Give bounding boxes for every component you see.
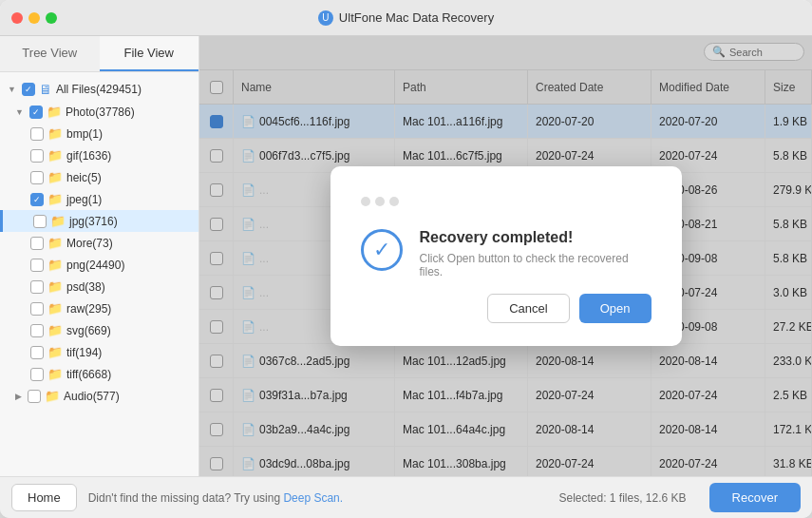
sidebar-item-gif-label: gif(1636)	[66, 149, 111, 163]
sidebar-item-jpeg[interactable]: 📁 jpeg(1)	[0, 188, 198, 210]
title-text: UltFone Mac Data Recovery	[339, 10, 494, 25]
sidebar-item-gif[interactable]: 📁 gif(1636)	[0, 144, 198, 166]
folder-icon-more: 📁	[47, 236, 63, 250]
sidebar-tree: ▼ 🖥 All Files(429451) ▼ 📁 Photo(37786) 📁	[0, 72, 198, 476]
modal-header-dots	[361, 197, 651, 206]
sidebar-item-tif-label: tif(194)	[66, 346, 102, 359]
app-window: U UltFone Mac Data Recovery Tree View Fi…	[0, 0, 812, 518]
chevron-down-icon-photo: ▼	[15, 107, 24, 117]
modal-subtitle: Click Open button to check the recovered…	[420, 252, 651, 278]
home-button[interactable]: Home	[11, 484, 77, 511]
modal-dot-close[interactable]	[361, 197, 370, 206]
psd-checkbox[interactable]	[30, 280, 44, 294]
modal-dot-min[interactable]	[375, 197, 385, 206]
sidebar-item-heic[interactable]: 📁 heic(5)	[0, 166, 198, 188]
recover-button[interactable]: Recover	[709, 483, 801, 512]
audio-checkbox[interactable]	[28, 390, 41, 403]
sidebar-item-more[interactable]: 📁 More(73)	[0, 232, 198, 254]
sidebar-item-jpeg-label: jpeg(1)	[66, 193, 102, 206]
folder-icon-bmp: 📁	[47, 126, 63, 141]
raw-checkbox[interactable]	[30, 302, 44, 316]
sidebar-item-png-label: png(24490)	[66, 259, 124, 272]
sidebar-item-photo[interactable]: ▼ 📁 Photo(37786)	[0, 101, 198, 123]
chevron-down-icon: ▼	[8, 85, 16, 94]
folder-icon-jpg: 📁	[50, 214, 66, 228]
sidebar-item-raw-label: raw(295)	[66, 302, 111, 316]
folder-icon-raw: 📁	[47, 301, 63, 316]
sidebar-item-audio-label: Audio(577)	[64, 390, 120, 403]
folder-icon-audio: 📁	[45, 389, 60, 403]
selected-info: Selected: 1 files, 12.6 KB	[558, 491, 686, 505]
sidebar-item-more-label: More(73)	[66, 237, 113, 250]
gif-checkbox[interactable]	[30, 149, 44, 163]
titlebar: U UltFone Mac Data Recovery	[0, 0, 812, 36]
sidebar-item-bmp[interactable]: 📁 bmp(1)	[0, 123, 198, 144]
bmp-checkbox[interactable]	[30, 127, 44, 141]
jpeg-checkbox[interactable]	[30, 193, 44, 206]
sidebar-item-psd-label: psd(38)	[66, 280, 105, 294]
modal-dot-max[interactable]	[389, 197, 399, 206]
modal-text: Recovery completed! Click Open button to…	[420, 229, 651, 278]
folder-icon-tif: 📁	[47, 345, 63, 359]
open-button[interactable]: Open	[579, 294, 651, 323]
sidebar-item-audio[interactable]: ▶ 📁 Audio(577)	[0, 385, 198, 407]
sidebar-item-root-label: All Files(429451)	[56, 83, 142, 96]
main-content: Tree View File View ▼ 🖥 All Files(429451…	[0, 36, 812, 476]
sidebar-item-heic-label: heic(5)	[66, 171, 102, 184]
sidebar-item-svg-label: svg(669)	[66, 324, 111, 337]
folder-icon-psd: 📁	[47, 279, 63, 294]
database-icon: 🖥	[39, 82, 52, 97]
sidebar-item-jpg[interactable]: 📁 jpg(3716)	[0, 210, 198, 232]
minimize-button[interactable]	[28, 12, 40, 24]
svg-checkbox[interactable]	[30, 324, 44, 337]
check-icon: ✓	[361, 229, 403, 271]
bottom-bar: Home Didn't find the missing data? Try u…	[0, 476, 812, 518]
deep-scan-link[interactable]: Deep Scan.	[283, 491, 343, 505]
sidebar-item-jpg-label: jpg(3716)	[69, 215, 118, 228]
close-button[interactable]	[11, 12, 23, 24]
sidebar-item-root[interactable]: ▼ 🖥 All Files(429451)	[0, 78, 198, 101]
traffic-lights	[11, 12, 57, 24]
tab-tree-view[interactable]: Tree View	[0, 36, 100, 71]
sidebar-item-png[interactable]: 📁 png(24490)	[0, 254, 198, 276]
modal-overlay: ✓ Recovery completed! Click Open button …	[199, 36, 812, 476]
missing-data-text: Didn't find the missing data? Try using …	[88, 491, 548, 505]
sidebar-item-svg[interactable]: 📁 svg(669)	[0, 319, 198, 341]
folder-icon-svg: 📁	[47, 323, 63, 337]
png-checkbox[interactable]	[30, 259, 44, 272]
jpg-checkbox[interactable]	[33, 215, 47, 228]
sidebar-item-photo-label: Photo(37786)	[66, 106, 135, 119]
sidebar-item-tiff-label: tiff(6668)	[66, 368, 111, 381]
sidebar-item-psd[interactable]: 📁 psd(38)	[0, 276, 198, 297]
chevron-right-icon-audio: ▶	[15, 392, 22, 401]
photo-checkbox[interactable]	[29, 106, 43, 119]
folder-icon-tiff: 📁	[47, 367, 63, 381]
modal-title: Recovery completed!	[420, 229, 651, 246]
sidebar: Tree View File View ▼ 🖥 All Files(429451…	[0, 36, 199, 476]
sidebar-item-raw[interactable]: 📁 raw(295)	[0, 297, 198, 319]
sidebar-item-bmp-label: bmp(1)	[66, 127, 103, 141]
folder-icon-heic: 📁	[47, 170, 63, 184]
modal-body: ✓ Recovery completed! Click Open button …	[361, 229, 651, 278]
tab-bar: Tree View File View	[0, 36, 198, 72]
folder-icon-gif: 📁	[47, 148, 63, 163]
root-checkbox[interactable]	[22, 83, 35, 96]
app-title: U UltFone Mac Data Recovery	[318, 10, 494, 26]
modal-buttons: Cancel Open	[361, 294, 651, 323]
recovery-dialog: ✓ Recovery completed! Click Open button …	[330, 166, 682, 346]
tiff-checkbox[interactable]	[30, 368, 44, 381]
maximize-button[interactable]	[46, 12, 57, 24]
right-panel: 🔍 Name Path C	[199, 36, 812, 476]
more-checkbox[interactable]	[30, 237, 44, 250]
folder-icon-jpeg: 📁	[47, 192, 63, 206]
tab-file-view[interactable]: File View	[100, 36, 199, 71]
app-icon: U	[318, 10, 333, 26]
folder-icon-png: 📁	[47, 258, 63, 272]
sidebar-item-tiff[interactable]: 📁 tiff(6668)	[0, 363, 198, 385]
sidebar-item-tif[interactable]: 📁 tif(194)	[0, 341, 198, 363]
folder-icon-photo: 📁	[47, 105, 62, 119]
cancel-button[interactable]: Cancel	[487, 294, 569, 323]
heic-checkbox[interactable]	[30, 171, 44, 184]
tif-checkbox[interactable]	[30, 346, 44, 359]
